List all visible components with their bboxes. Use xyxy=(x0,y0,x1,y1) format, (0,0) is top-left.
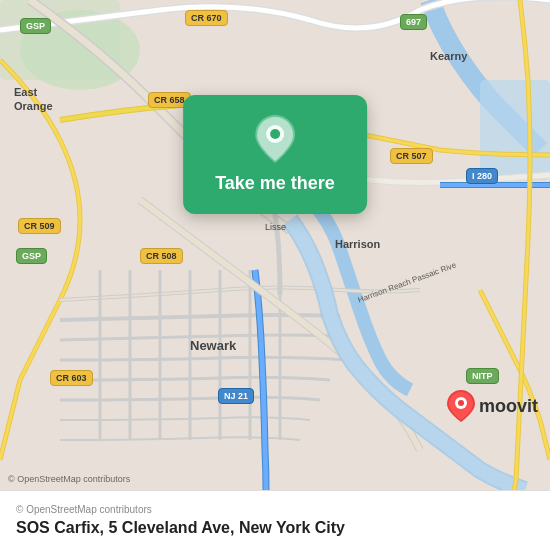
badge-cr508: CR 508 xyxy=(140,248,183,264)
svg-rect-1 xyxy=(480,80,550,180)
badge-cr509: CR 509 xyxy=(18,218,61,234)
badge-gsp-left: GSP xyxy=(16,248,47,264)
svg-point-7 xyxy=(458,400,464,406)
take-me-there-card[interactable]: Take me there xyxy=(183,95,367,214)
svg-point-5 xyxy=(270,129,280,139)
area-label-east-orange: EastOrange xyxy=(14,85,53,114)
area-label-newark: Newark xyxy=(190,338,236,353)
bottom-bar: © OpenStreetMap contributors SOS Carfix,… xyxy=(0,490,550,550)
road-label-lisse: Lisse xyxy=(265,222,286,232)
badge-cr603: CR 603 xyxy=(50,370,93,386)
moovit-logo: moovit xyxy=(447,390,538,422)
map-attribution: © OpenStreetMap contributors xyxy=(8,474,130,484)
area-label-harrison: Harrison xyxy=(335,238,380,250)
badge-697: 697 xyxy=(400,14,427,30)
svg-rect-3 xyxy=(0,0,120,80)
badge-cr507: CR 507 xyxy=(390,148,433,164)
badge-nj21: NJ 21 xyxy=(218,388,254,404)
badge-gsp-top: GSP xyxy=(20,18,51,34)
map-container: EastOrange Kearny Harrison Newark Harris… xyxy=(0,0,550,490)
badge-nitp: NITP xyxy=(466,368,499,384)
take-me-there-label: Take me there xyxy=(215,173,335,194)
badge-i280: I 280 xyxy=(466,168,498,184)
moovit-icon xyxy=(447,390,475,422)
moovit-text-label: moovit xyxy=(479,396,538,417)
badge-cr670: CR 670 xyxy=(185,10,228,26)
area-label-kearny: Kearny xyxy=(430,50,467,62)
location-title: SOS Carfix, 5 Cleveland Ave, New York Ci… xyxy=(16,519,534,537)
location-pin-icon xyxy=(251,115,299,163)
attribution-text: © OpenStreetMap contributors xyxy=(16,504,534,515)
